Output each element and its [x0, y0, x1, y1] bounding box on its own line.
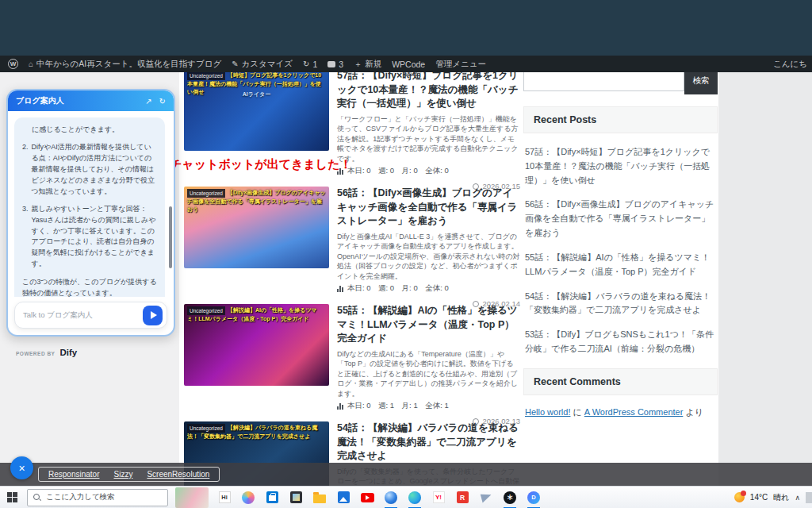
- tray-chevron-icon[interactable]: ∧: [795, 494, 800, 502]
- red-app-icon[interactable]: R: [450, 487, 474, 508]
- wordpress-logo-menu[interactable]: W: [8, 59, 18, 69]
- thumbnail-caption: Uncategorized【解説編】AIの「性格」を操るツマミ！LLMパラメータ…: [187, 306, 326, 323]
- dev-links-box: Responsinator Sizzy ScreenResolution: [38, 467, 220, 482]
- weather-badge-icon[interactable]: [734, 492, 745, 502]
- tray-temperature[interactable]: 14°C: [750, 493, 768, 502]
- responsinator-link[interactable]: Responsinator: [48, 470, 99, 479]
- post-view-stats: 本日: 0 週: 1 月: 1 全体: 1: [337, 401, 520, 411]
- post-thumbnail[interactable]: Uncategorized【解説編】AIの「性格」を操るツマミ！LLMパラメータ…: [184, 304, 329, 386]
- chatbot-header: ブログ案内人 ↗ ↻: [8, 90, 174, 111]
- post-thumbnail[interactable]: Uncategorized【Dify×画像生成】ブログのアイキャッチ画像を全自動…: [184, 187, 329, 268]
- bot-message-closing: この3つの特徴が、このブログが提供する独特の価値となっています。: [22, 277, 157, 297]
- search-input[interactable]: [523, 72, 684, 91]
- edge-icon[interactable]: [403, 487, 427, 508]
- page-right-margin: [718, 72, 812, 486]
- comment-icon: [327, 61, 335, 67]
- windows-logo-icon: [7, 492, 17, 502]
- wpcode-link[interactable]: WPCode: [392, 60, 425, 69]
- new-content-link[interactable]: ＋ 新規: [354, 59, 381, 70]
- refresh-icon[interactable]: ↻: [159, 97, 166, 106]
- bot-message-item3: 親しみやすいトーンと丁寧な回答：Yasuさんは読者からの質問に親しみやすく、かつ…: [32, 204, 157, 271]
- powered-by-label: POWERED BY: [16, 351, 55, 356]
- category-badge: Uncategorized: [187, 189, 225, 198]
- comment-post-link[interactable]: Hello world!: [525, 407, 570, 417]
- yahoo-japan-icon[interactable]: Y!: [427, 487, 450, 508]
- search-button[interactable]: 検索: [684, 72, 718, 94]
- plus-icon: ＋: [354, 59, 362, 70]
- greeting-text[interactable]: こんにち: [773, 59, 807, 70]
- microsoft-store-icon[interactable]: [260, 487, 284, 508]
- chat-input[interactable]: Talk to ブログ案内人: [14, 302, 167, 329]
- post-title-link[interactable]: 56話：【Dify×画像生成】ブログのアイキャッチ画像を全自動で作る「専属イラス…: [337, 187, 520, 229]
- browser-page: Uncategorized【時短】ブログ記事を1クリックで10本量産！魔法の機能…: [0, 72, 812, 486]
- recent-post-link[interactable]: 56話：【Dify×画像生成】ブログのアイキャッチ画像を全自動で作る「専属イラス…: [525, 198, 716, 240]
- customize-link[interactable]: ✎ カスタマイズ: [232, 59, 293, 70]
- recent-post-link[interactable]: 57話：【Dify×時短】ブログ記事を1クリックで10本量産！？魔法の機能「バッ…: [525, 145, 716, 187]
- recent-posts-heading: Recent Posts: [523, 106, 718, 133]
- recent-posts-list: 57話：【Dify×時短】ブログ記事を1クリックで10本量産！？魔法の機能「バッ…: [523, 133, 718, 356]
- bar-chart-icon: [337, 286, 343, 292]
- copilot-icon[interactable]: [236, 487, 260, 508]
- expand-icon[interactable]: ↗: [145, 97, 151, 106]
- sizzy-link[interactable]: Sizzy: [113, 470, 132, 479]
- photos-icon[interactable]: [331, 487, 355, 508]
- youtube-icon[interactable]: [355, 487, 379, 508]
- screenresolution-link[interactable]: ScreenResolution: [147, 470, 209, 479]
- updates-link[interactable]: ↻ 1: [303, 60, 317, 69]
- bot-message-bubble: に感じることができます。 2. DifyやAI活用の最新情報を提供している点：A…: [14, 117, 165, 297]
- tray-clipped-icon: [806, 492, 812, 503]
- bar-chart-icon: [337, 403, 343, 410]
- start-button[interactable]: [0, 487, 24, 508]
- send-button[interactable]: [143, 306, 163, 325]
- paper-plane-icon: [151, 311, 157, 319]
- taskbar-search-placeholder: ここに入力して検索: [46, 492, 115, 502]
- post-entry: Uncategorized【Dify×画像生成】ブログのアイキャッチ画像を全自動…: [184, 187, 520, 304]
- commenter-link[interactable]: A WordPress Commenter: [584, 407, 684, 417]
- browser-sphere-icon[interactable]: [379, 487, 403, 508]
- taskbar-search-box[interactable]: ここに入力して検索: [27, 489, 168, 506]
- admin-menu-link[interactable]: 管理メニュー: [435, 59, 486, 70]
- chat-scrollbar[interactable]: [169, 206, 172, 268]
- post-title-link[interactable]: 57話：【Dify×時短】ブログ記事を1クリックで10本量産！？魔法の機能「バッ…: [337, 72, 520, 111]
- recent-post-link[interactable]: 55話：【解説編】AIの「性格」を操るツマミ！LLMパラメータ（温度・Top P…: [525, 251, 716, 279]
- pencil-icon: ✎: [232, 60, 238, 68]
- thumbnail-caption: Uncategorized【Dify×画像生成】ブログのアイキャッチ画像を全自動…: [187, 189, 326, 214]
- post-view-stats: 本日: 0 週: 0 月: 0 全体: 0: [337, 166, 520, 176]
- search-icon: [33, 494, 41, 502]
- site-home-link[interactable]: ⌂ 中年からのAI再スタート。収益化を目指すブログ: [29, 59, 221, 70]
- comments-link[interactable]: 3: [327, 60, 343, 69]
- recent-post-link[interactable]: 53話：【Dify】ブログもSNSもこれ1つ！「条件分岐」で作る二刀流AI（前編…: [525, 328, 716, 356]
- comments-count: 3: [339, 60, 343, 69]
- chatbot-message-area[interactable]: に感じることができます。 2. DifyやAI活用の最新情報を提供している点：A…: [8, 111, 174, 297]
- recent-comment-entry: Hello world! に A WordPress Commenter より: [523, 405, 718, 420]
- recent-comments-heading: Recent Comments: [523, 368, 718, 395]
- close-overlay-button[interactable]: ×: [10, 456, 33, 479]
- dify-app-icon[interactable]: D: [522, 487, 546, 508]
- recent-post-link[interactable]: 54話：【解決編】バラバラの道を束ねる魔法！「変数集約器」で二刀流アプリを完成さ…: [525, 290, 716, 318]
- updates-count: 1: [312, 60, 317, 69]
- tray-weather-label[interactable]: 晴れ: [773, 492, 789, 503]
- desktop-screen: W ⌂ 中年からのAI再スタート。収益化を目指すブログ ✎ カスタマイズ ↻ 1…: [0, 0, 812, 508]
- post-title-link[interactable]: 54話：【解決編】バラバラの道を束ねる魔法！「変数集約器」で二刀流アプリを完成さ…: [337, 421, 520, 464]
- post-thumbnail[interactable]: Uncategorized【時短】ブログ記事を1クリックで10本量産！魔法の機能…: [184, 72, 329, 151]
- powered-by-dify[interactable]: POWERED BY Dify: [16, 348, 77, 357]
- file-explorer-icon[interactable]: [308, 487, 331, 508]
- thumbnail-caption: Uncategorized【解決編】バラバラの道を束ねる魔法！「変数集約器」で二…: [187, 424, 326, 441]
- search-widget: 検索: [523, 72, 718, 94]
- chatbot-title: ブログ案内人: [16, 95, 138, 106]
- paper-plane-app-icon[interactable]: [474, 487, 498, 508]
- system-tray: 14°C 晴れ ∧: [734, 492, 812, 503]
- chatgpt-icon[interactable]: ∗: [498, 487, 522, 508]
- post-title-link[interactable]: 55話：【解説編】AIの「性格」を操るツマミ！LLMパラメータ（温度・Top P…: [337, 304, 520, 346]
- annotation-chatbot-appeared: ← チャットボットが出てきました！: [144, 156, 352, 172]
- home-icon: ⌂: [29, 60, 33, 68]
- photo-app-icon[interactable]: [284, 487, 308, 508]
- news-weather-widget-image[interactable]: [175, 487, 209, 508]
- post-list: Uncategorized【時短】ブログ記事を1クリックで10本量産！魔法の機能…: [184, 72, 520, 486]
- dify-logo: Dify: [59, 348, 77, 357]
- annotation-text: チャットボットが出てきました！: [170, 157, 352, 172]
- pinned-app-hi-icon[interactable]: Hi: [213, 487, 236, 508]
- post-excerpt: 「ワークフロー」と「バッチ実行（一括処理）」機能を使って、CSVファイルからブロ…: [337, 114, 520, 164]
- category-badge: Uncategorized: [187, 72, 225, 80]
- post-view-stats: 本日: 0 週: 0 月: 0 全体: 0: [337, 283, 520, 294]
